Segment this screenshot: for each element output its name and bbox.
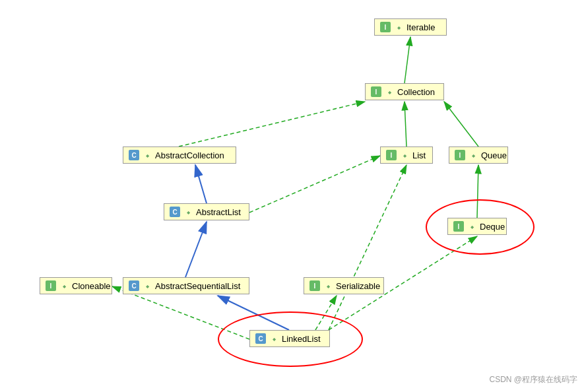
- label-cloneable: Cloneable: [72, 281, 111, 291]
- icon-I-queue: I: [455, 150, 465, 160]
- label-linked-list: LinkedList: [282, 334, 321, 344]
- svg-line-5: [405, 102, 406, 147]
- svg-line-13: [315, 296, 337, 330]
- node-abstract-sequential-list: C ⬥ AbstractSequentialList: [123, 277, 249, 294]
- svg-line-4: [179, 102, 365, 147]
- label-abstract-sequential-list: AbstractSequentialList: [155, 281, 240, 291]
- svg-line-14: [329, 165, 406, 330]
- icon-I-serializable: I: [309, 280, 320, 291]
- label-deque: Deque: [480, 222, 505, 232]
- node-cloneable: I ⬥ Cloneable: [40, 277, 112, 294]
- icon-link-serializable: ⬥: [323, 280, 333, 291]
- svg-line-11: [112, 286, 249, 339]
- icon-I-deque: I: [453, 221, 464, 232]
- icon-link-linked-list: ⬥: [269, 333, 279, 344]
- icon-link-abstract-list: ⬥: [183, 207, 193, 217]
- icon-link-queue: ⬥: [468, 150, 478, 160]
- node-abstract-collection: C ⬥ AbstractCollection: [123, 147, 236, 164]
- node-linked-list: C ⬥ LinkedList: [249, 330, 330, 347]
- node-deque: I ⬥ Deque: [447, 218, 507, 235]
- node-abstract-list: C ⬥ AbstractList: [164, 203, 249, 220]
- label-abstract-collection: AbstractCollection: [155, 150, 224, 160]
- icon-link-list: ⬥: [399, 150, 410, 160]
- node-collection: I ⬥ Collection: [365, 83, 444, 100]
- icon-link-collection: ⬥: [384, 86, 395, 97]
- icon-link-abstract-collection: ⬥: [142, 150, 152, 160]
- icon-C-linked-list: C: [255, 333, 266, 344]
- node-serializable: I ⬥ Serializable: [304, 277, 384, 294]
- icon-link-deque: ⬥: [467, 221, 477, 232]
- svg-line-10: [185, 222, 207, 277]
- label-abstract-list: AbstractList: [196, 207, 241, 217]
- node-iterable: I ⬥ Iterable: [374, 18, 447, 36]
- node-list: I ⬥ List: [380, 147, 433, 164]
- svg-line-7: [195, 165, 207, 203]
- icon-I-cloneable: I: [46, 280, 56, 291]
- svg-line-8: [249, 156, 380, 212]
- icon-link-cloneable: ⬥: [59, 280, 69, 291]
- svg-line-12: [218, 296, 289, 330]
- svg-line-6: [444, 102, 478, 147]
- icon-link-abstract-sequential-list: ⬥: [142, 280, 152, 291]
- icon-C-abstract-list: C: [170, 207, 180, 217]
- icon-I-collection: I: [371, 86, 381, 97]
- label-serializable: Serializable: [336, 281, 380, 291]
- svg-line-3: [405, 37, 410, 83]
- icon-link-iterable: ⬥: [393, 22, 404, 32]
- svg-line-9: [477, 165, 478, 218]
- diagram-container: I ⬥ Iterable I ⬥ Collection I ⬥ List I ⬥…: [0, 0, 584, 392]
- icon-C-abstract-collection: C: [129, 150, 139, 160]
- watermark: CSDN @程序猿在线码字: [489, 374, 577, 385]
- icon-I-list: I: [386, 150, 397, 160]
- label-queue: Queue: [481, 150, 507, 160]
- icon-I-iterable: I: [380, 22, 391, 32]
- label-iterable: Iterable: [406, 22, 435, 32]
- label-list: List: [412, 150, 426, 160]
- node-queue: I ⬥ Queue: [449, 147, 508, 164]
- icon-C-abstract-sequential-list: C: [129, 280, 139, 291]
- label-collection: Collection: [397, 87, 435, 97]
